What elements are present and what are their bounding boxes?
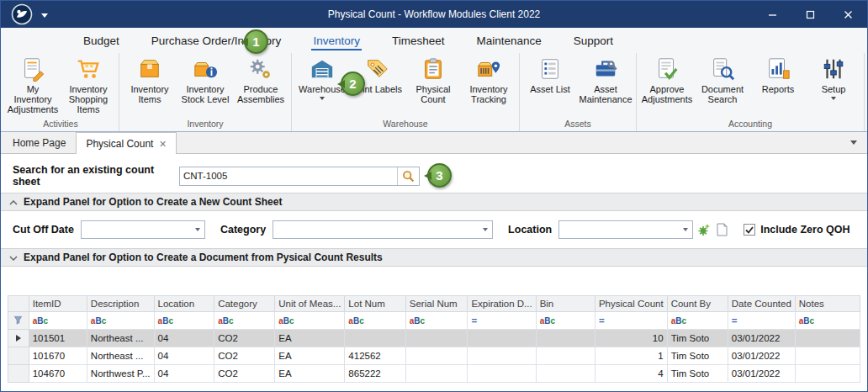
filter-cell-description[interactable]: aBc — [87, 312, 154, 330]
column-header-location[interactable]: Location — [154, 296, 214, 312]
grid-cell[interactable]: 10 — [595, 330, 667, 347]
ribbon-button-setup[interactable]: Setup — [806, 54, 861, 113]
cutoff-date-combo[interactable] — [81, 220, 205, 239]
close-icon[interactable]: × — [159, 140, 166, 148]
menu-tab-maintenance[interactable]: Maintenance — [474, 31, 542, 50]
filter-cell-bin[interactable]: aBc — [536, 312, 595, 330]
filter-cell-unit-of-meas[interactable]: aBc — [275, 312, 345, 330]
table-row[interactable]: 104670Northwest P...04CO2EA8652224Tim So… — [8, 365, 860, 383]
grid-cell[interactable]: Tim Soto — [667, 330, 728, 347]
table-row[interactable]: 101501Northeast ...04CO2EA10Tim Soto03/0… — [8, 330, 860, 347]
location-combo[interactable] — [558, 220, 693, 239]
ribbon-button-reports[interactable]: Reports — [750, 54, 806, 113]
column-header-expiration-d[interactable]: Expiration D... — [468, 296, 536, 312]
grid-cell[interactable]: Tim Soto — [667, 365, 728, 383]
grid-cell[interactable]: 1 — [595, 347, 667, 365]
ribbon-button-document-search[interactable]: Document Search — [695, 54, 750, 113]
filter-cell-lot-num[interactable]: aBc — [345, 312, 405, 330]
search-button[interactable] — [397, 167, 419, 185]
filter-cell-location[interactable]: aBc — [154, 312, 214, 330]
grid-cell[interactable]: 4 — [595, 365, 667, 383]
column-header-notes[interactable]: Notes — [795, 296, 860, 312]
ribbon-button-asset-list[interactable]: Asset List — [522, 54, 578, 113]
grid-cell[interactable] — [536, 347, 595, 365]
location-open-button[interactable] — [714, 222, 730, 238]
location-generate-button[interactable] — [696, 222, 712, 238]
grid-cell[interactable]: EA — [275, 347, 345, 365]
grid-cell[interactable]: CO2 — [214, 347, 275, 365]
quick-access-chevron-down-icon[interactable] — [41, 13, 48, 21]
grid-cell[interactable] — [468, 330, 536, 347]
tab-home-page[interactable]: Home Page — [3, 132, 76, 153]
grid-cell[interactable]: 04 — [154, 330, 214, 347]
grid-cell[interactable] — [468, 365, 536, 383]
filter-cell-count-by[interactable]: aBc — [667, 312, 728, 330]
maximize-button[interactable] — [791, 1, 829, 28]
grid-cell[interactable]: 104670 — [29, 365, 87, 383]
grid-cell[interactable] — [795, 330, 860, 347]
grid-cell[interactable]: 101501 — [29, 330, 87, 347]
column-header-lot-num[interactable]: Lot Num — [345, 296, 405, 312]
panel-header-create-document[interactable]: Expand Panel for Option to Create a Docu… — [1, 248, 867, 267]
minimize-button[interactable] — [754, 1, 791, 28]
grid-cell[interactable]: 03/01/2022 — [728, 365, 795, 383]
ribbon-button-physical-count[interactable]: Physical Count — [405, 54, 461, 113]
grid-cell[interactable]: CO2 — [214, 365, 275, 383]
filter-cell-expiration-d[interactable]: = — [468, 312, 536, 330]
grid-cell[interactable] — [536, 330, 595, 347]
ribbon-button-inventory-tracking[interactable]: Inventory Tracking — [461, 54, 516, 113]
tab-physical-count[interactable]: Physical Count× — [76, 132, 176, 154]
column-header-itemid[interactable]: ItemID — [29, 296, 87, 312]
ribbon-button-my-inventory-adjustments[interactable]: My Inventory Adjustments — [5, 54, 61, 114]
column-header-category[interactable]: Category — [214, 296, 275, 312]
include-zero-qoh-checkbox[interactable] — [744, 224, 755, 236]
category-combo[interactable] — [273, 220, 493, 239]
grid-cell[interactable]: 04 — [154, 347, 214, 365]
search-input[interactable] — [180, 167, 397, 185]
grid-cell[interactable]: EA — [275, 330, 345, 347]
grid-cell[interactable]: 101670 — [29, 347, 87, 365]
column-header-date-counted[interactable]: Date Counted — [728, 296, 795, 312]
grid-cell[interactable]: Northwest P... — [87, 365, 154, 383]
filter-cell-category[interactable]: aBc — [214, 312, 275, 330]
column-header-count-by[interactable]: Count By — [667, 296, 728, 312]
ribbon-button-produce-assemblies[interactable]: Produce Assemblies — [233, 54, 288, 113]
tab-list-chevron-down-icon[interactable] — [850, 140, 857, 148]
table-row[interactable]: 101670Northeast ...04CO2EA4125621Tim Sot… — [8, 347, 860, 365]
menu-tab-budget[interactable]: Budget — [82, 31, 121, 50]
ribbon-button-inventory-stock-level[interactable]: Inventory Stock Level — [177, 54, 233, 113]
grid-cell[interactable] — [405, 365, 468, 383]
grid-cell[interactable]: 03/01/2022 — [728, 347, 795, 365]
filter-cell-serial-num[interactable]: aBc — [405, 312, 468, 330]
menu-tab-support[interactable]: Support — [572, 31, 615, 50]
grid-cell[interactable]: Tim Soto — [667, 347, 728, 365]
grid-cell[interactable]: Northeast ... — [87, 347, 154, 365]
filter-cell-physical-count[interactable]: = — [595, 312, 667, 330]
filter-cell-itemid[interactable]: aBc — [29, 312, 87, 330]
ribbon-button-inventory-shopping-items[interactable]: Inventory Shopping Items — [61, 54, 116, 114]
panel-header-new-count-sheet[interactable]: Expand Panel for Option to Create a New … — [1, 193, 867, 211]
grid-cell[interactable]: 04 — [154, 365, 214, 383]
ribbon-button-inventory-items[interactable]: Inventory Items — [122, 54, 177, 113]
filter-cell-notes[interactable]: aBc — [795, 312, 860, 330]
grid-cell[interactable]: CO2 — [214, 330, 275, 347]
grid-cell[interactable] — [536, 365, 595, 383]
grid-cell[interactable]: 865222 — [345, 365, 405, 383]
grid-cell[interactable] — [405, 347, 468, 365]
filter-cell-date-counted[interactable]: = — [728, 312, 795, 330]
ribbon-button-asset-maintenance[interactable]: Asset Maintenance — [578, 54, 633, 113]
grid-cell[interactable] — [405, 330, 468, 347]
menu-tab-timesheet[interactable]: Timesheet — [390, 31, 447, 50]
grid-cell[interactable]: Northeast ... — [87, 330, 154, 347]
column-header-unit-of-meas[interactable]: Unit of Meas... — [275, 296, 345, 312]
grid-cell[interactable] — [345, 330, 405, 347]
grid-cell[interactable] — [795, 365, 860, 383]
column-header-bin[interactable]: Bin — [536, 296, 595, 312]
app-logo-icon[interactable] — [11, 3, 33, 25]
grid-cell[interactable]: EA — [275, 365, 345, 383]
ribbon-button-approve-adjustments[interactable]: Approve Adjustments — [639, 54, 695, 113]
column-header-description[interactable]: Description — [87, 296, 154, 312]
grid-cell[interactable]: 03/01/2022 — [728, 330, 795, 347]
grid-cell[interactable] — [795, 347, 860, 365]
close-button[interactable] — [829, 1, 867, 28]
